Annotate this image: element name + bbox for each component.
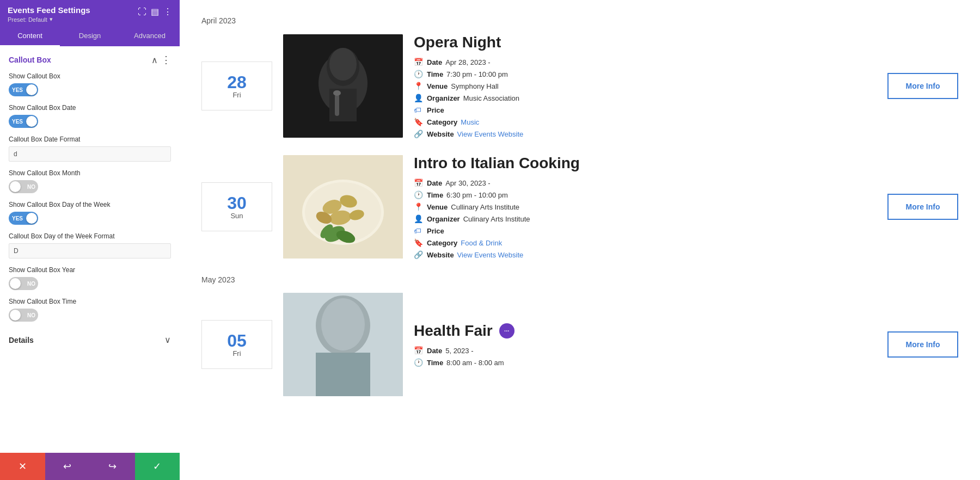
toggle-off-label-time: NO xyxy=(27,312,35,318)
redo-button[interactable]: ↪ xyxy=(90,453,135,480)
toggle-show-callout-box-time-switch[interactable]: NO xyxy=(9,309,38,322)
event-card-italian-cooking: 30 Sun xyxy=(201,155,958,259)
more-options-icon[interactable]: ⋮ xyxy=(163,7,172,17)
tab-design[interactable]: Design xyxy=(60,26,120,46)
meta-date-cooking: 📅 Date Apr 30, 2023 - xyxy=(414,179,877,187)
field-label-show-callout-box-month: Show Callout Box Month xyxy=(9,169,171,177)
section-more-icon[interactable]: ⋮ xyxy=(161,54,171,66)
panel-header-left: Events Feed Settings Preset: Default ▾ xyxy=(8,5,90,23)
event-organizer-opera: Music Association xyxy=(463,94,519,102)
event-meta-opera: 📅 Date Apr 28, 2023 - 🕐 Time 7:30 pm - 1… xyxy=(414,58,877,138)
tab-content[interactable]: Content xyxy=(0,26,60,46)
callout-box-title: Callout Box xyxy=(9,56,51,64)
calendar-icon-cooking: 📅 xyxy=(414,179,424,187)
organizer-icon-cooking: 👤 xyxy=(414,214,424,223)
collapse-icon[interactable]: ∧ xyxy=(151,55,158,65)
event-details-opera: Opera Night 📅 Date Apr 28, 2023 - 🕐 Time… xyxy=(414,34,877,138)
event-website-cooking[interactable]: View Events Website xyxy=(457,251,524,259)
chevron-down-icon: ▾ xyxy=(50,16,53,23)
health-image-placeholder xyxy=(283,293,403,396)
event-price-cooking: Price xyxy=(427,227,444,235)
toggle-on-label-date: YES xyxy=(12,119,23,125)
category-icon-opera: 🔖 xyxy=(414,118,424,126)
details-section-header: Details ∨ xyxy=(9,329,171,347)
left-panel: Events Feed Settings Preset: Default ▾ ⛶… xyxy=(0,0,180,480)
fullscreen-icon[interactable]: ⛶ xyxy=(138,7,146,17)
organizer-icon-opera: 👤 xyxy=(414,94,424,102)
meta-date-opera: 📅 Date Apr 28, 2023 - xyxy=(414,58,877,66)
field-show-callout-box: Show Callout Box YES xyxy=(9,72,171,96)
location-icon-opera: 📍 xyxy=(414,82,424,90)
more-info-button-cooking[interactable]: More Info xyxy=(887,194,958,220)
undo-button[interactable]: ↩ xyxy=(45,453,90,480)
meta-category-opera: 🔖 Category Music xyxy=(414,118,877,126)
details-expand-icon[interactable]: ∨ xyxy=(164,335,171,345)
toggle-show-callout-box-switch[interactable]: YES xyxy=(9,83,38,96)
event-category-cooking[interactable]: Food & Drink xyxy=(461,239,502,247)
price-icon-opera: 🏷 xyxy=(414,106,424,114)
event-weekday-health: Fri xyxy=(232,349,241,358)
save-button[interactable]: ✓ xyxy=(135,453,180,480)
field-label-show-callout-box-day-of-week: Show Callout Box Day of the Week xyxy=(9,201,171,208)
event-title-opera: Opera Night xyxy=(414,34,877,51)
tab-advanced[interactable]: Advanced xyxy=(120,26,180,46)
field-label-show-callout-box: Show Callout Box xyxy=(9,72,171,80)
event-venue-cooking: Cullinary Arts Institute xyxy=(451,203,519,211)
callout-box-day-of-week-format-input[interactable] xyxy=(9,243,171,259)
field-show-callout-box-day-of-week: Show Callout Box Day of the Week YES xyxy=(9,201,171,225)
toggle-show-callout-box-date-switch[interactable]: YES xyxy=(9,115,38,128)
meta-price-cooking: 🏷 Price xyxy=(414,226,877,235)
month-header-april: April 2023 xyxy=(201,16,958,25)
toggle-knob-year xyxy=(10,278,21,289)
month-header-may: May 2023 xyxy=(201,275,958,284)
more-info-button-health[interactable]: More Info xyxy=(887,331,958,358)
clock-icon-cooking: 🕐 xyxy=(414,190,424,199)
redo-icon: ↪ xyxy=(108,460,117,472)
panel-preset[interactable]: Preset: Default ▾ xyxy=(8,16,90,23)
callout-box-date-format-input[interactable] xyxy=(9,146,171,162)
event-meta-cooking: 📅 Date Apr 30, 2023 - 🕐 Time 6:30 pm - 1… xyxy=(414,179,877,259)
event-category-opera[interactable]: Music xyxy=(461,118,479,126)
website-icon-cooking: 🔗 xyxy=(414,250,424,259)
price-icon-cooking: 🏷 xyxy=(414,226,424,235)
meta-time-opera: 🕐 Time 7:30 pm - 10:00 pm xyxy=(414,70,877,78)
toggle-on-label: YES xyxy=(12,87,23,93)
toggle-show-callout-box-year: NO xyxy=(9,277,171,290)
calendar-icon-health: 📅 xyxy=(414,346,424,355)
svg-point-21 xyxy=(321,298,365,350)
toggle-show-callout-box-date: YES xyxy=(9,115,171,128)
event-title-cooking: Intro to Italian Cooking xyxy=(414,155,877,172)
more-info-button-opera[interactable]: More Info xyxy=(887,73,958,99)
callout-box-section-header: Callout Box ∧ ⋮ xyxy=(9,54,171,66)
panel-footer: ✕ ↩ ↪ ✓ xyxy=(0,453,180,480)
panel-header-icons: ⛶ ▤ ⋮ xyxy=(138,7,172,17)
event-image-opera xyxy=(283,34,403,138)
field-show-callout-box-date: Show Callout Box Date YES xyxy=(9,104,171,128)
undo-icon: ↩ xyxy=(63,460,71,472)
field-show-callout-box-month: Show Callout Box Month NO xyxy=(9,169,171,193)
toggle-off-label-month: NO xyxy=(27,184,35,190)
cancel-button[interactable]: ✕ xyxy=(0,453,45,480)
field-label-callout-box-date-format: Callout Box Date Format xyxy=(9,136,171,143)
layout-icon[interactable]: ▤ xyxy=(151,7,159,17)
event-title-row-health: Health Fair ··· xyxy=(414,322,877,340)
meta-date-health: 📅 Date 5, 2023 - xyxy=(414,346,877,355)
event-card-health-fair: 05 Fri Health Fair ··· 📅 Date xyxy=(201,293,958,396)
meta-venue-cooking: 📍 Venue Cullinary Arts Institute xyxy=(414,202,877,211)
svg-rect-20 xyxy=(316,353,370,396)
panel-header: Events Feed Settings Preset: Default ▾ ⛶… xyxy=(0,0,180,26)
toggle-knob-month xyxy=(10,181,21,192)
callout-box-cooking: 30 Sun xyxy=(201,182,272,231)
field-show-callout-box-year: Show Callout Box Year NO xyxy=(9,266,171,290)
event-website-opera[interactable]: View Events Website xyxy=(457,130,524,138)
toggle-show-callout-box-year-switch[interactable]: NO xyxy=(9,277,38,290)
toggle-show-callout-box: YES xyxy=(9,83,171,96)
event-day-health: 05 xyxy=(227,332,247,349)
field-label-show-callout-box-date: Show Callout Box Date xyxy=(9,104,171,112)
toggle-knob xyxy=(26,84,37,95)
meta-time-health: 🕐 Time 8:00 am - 8:00 am xyxy=(414,358,877,367)
toggle-show-callout-box-day-of-week-switch[interactable]: YES xyxy=(9,212,38,225)
meta-price-opera: 🏷 Price xyxy=(414,106,877,114)
toggle-show-callout-box-month-switch[interactable]: NO xyxy=(9,180,38,193)
event-price-opera: Price xyxy=(427,106,444,114)
